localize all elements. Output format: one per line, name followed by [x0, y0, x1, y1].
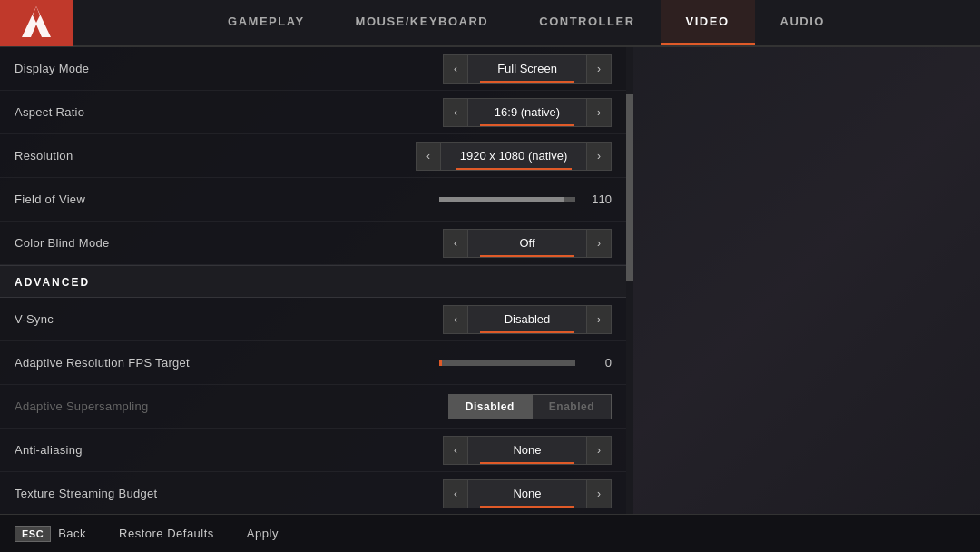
adaptive-super-label: Adaptive Supersampling — [15, 399, 359, 413]
texture-streaming-label: Texture Streaming Budget — [15, 487, 359, 500]
color-blind-next[interactable]: › — [586, 229, 612, 258]
fov-value-label: 110 — [584, 192, 612, 206]
aspect-ratio-selector: ‹ 16:9 (native) › — [443, 98, 612, 127]
resolution-selector: ‹ 1920 x 1080 (native) › — [416, 142, 612, 171]
vsync-prev[interactable]: ‹ — [443, 305, 468, 334]
setting-row-fov: Field of View 110 — [0, 178, 626, 222]
setting-row-color-blind: Color Blind Mode ‹ Off › — [0, 222, 626, 265]
display-mode-control: ‹ Full Screen › — [359, 54, 612, 84]
vsync-selector: ‹ Disabled › — [443, 305, 612, 334]
nav-tabs: GAMEPLAY MOUSE/KEYBOARD CONTROLLER VIDEO… — [73, 0, 980, 45]
display-mode-next[interactable]: › — [586, 54, 612, 84]
fov-slider-fill — [439, 197, 564, 202]
antialiasing-control: ‹ None › — [359, 436, 612, 465]
adaptive-super-enabled-btn[interactable]: Enabled — [532, 394, 612, 419]
vsync-label: V-Sync — [15, 312, 359, 326]
settings-panel: Display Mode ‹ Full Screen › Aspect Rati… — [0, 47, 626, 514]
aspect-ratio-control: ‹ 16:9 (native) › — [359, 98, 612, 127]
color-blind-control: ‹ Off › — [359, 229, 612, 258]
vsync-value: Disabled — [468, 305, 586, 334]
aspect-ratio-next[interactable]: › — [586, 98, 612, 127]
display-mode-selector: ‹ Full Screen › — [443, 54, 612, 84]
adaptive-res-slider-track[interactable] — [439, 360, 575, 366]
setting-row-texture-streaming: Texture Streaming Budget ‹ None › — [0, 472, 626, 514]
antialiasing-prev[interactable]: ‹ — [443, 436, 468, 465]
esc-key-badge: ESC — [15, 526, 51, 542]
logo-area — [0, 0, 73, 46]
vsync-next[interactable]: › — [586, 305, 612, 334]
adaptive-res-slider-fill — [439, 360, 442, 366]
adaptive-res-control: 0 — [359, 356, 612, 370]
display-mode-value: Full Screen — [468, 54, 586, 84]
texture-streaming-selector: ‹ None › — [443, 479, 612, 508]
adaptive-res-value-label: 0 — [584, 356, 612, 370]
apex-logo-icon — [16, 3, 56, 43]
tab-mouse-keyboard[interactable]: MOUSE/KEYBOARD — [330, 0, 514, 45]
back-action[interactable]: ESC Back — [15, 526, 86, 542]
resolution-prev[interactable]: ‹ — [416, 142, 441, 171]
back-label: Back — [58, 527, 86, 540]
color-blind-label: Color Blind Mode — [15, 236, 359, 250]
tab-audio[interactable]: AUDIO — [755, 0, 850, 45]
color-blind-selector: ‹ Off › — [443, 229, 612, 258]
vsync-control: ‹ Disabled › — [359, 305, 612, 334]
setting-row-resolution: Resolution ‹ 1920 x 1080 (native) › — [0, 134, 626, 178]
resolution-next[interactable]: › — [586, 142, 612, 171]
tab-gameplay[interactable]: GAMEPLAY — [202, 0, 329, 45]
setting-row-vsync: V-Sync ‹ Disabled › — [0, 298, 626, 341]
advanced-section-header: ADVANCED — [0, 265, 626, 298]
setting-row-adaptive-super: Adaptive Supersampling Disabled Enabled — [0, 385, 626, 429]
aspect-ratio-value: 16:9 (native) — [468, 98, 586, 127]
texture-streaming-prev[interactable]: ‹ — [443, 479, 468, 508]
restore-defaults-label: Restore Defaults — [119, 527, 214, 540]
adaptive-res-slider-container: 0 — [439, 356, 612, 370]
setting-row-display-mode: Display Mode ‹ Full Screen › — [0, 47, 626, 91]
adaptive-super-toggle-group: Disabled Enabled — [448, 394, 612, 419]
tab-video[interactable]: VIDEO — [661, 0, 755, 45]
setting-row-adaptive-res: Adaptive Resolution FPS Target 0 — [0, 341, 626, 385]
color-blind-prev[interactable]: ‹ — [443, 229, 468, 258]
texture-streaming-control: ‹ None › — [359, 479, 612, 508]
texture-streaming-next[interactable]: › — [586, 479, 612, 508]
adaptive-super-disabled-btn[interactable]: Disabled — [448, 394, 532, 419]
setting-row-aspect-ratio: Aspect Ratio ‹ 16:9 (native) › — [0, 91, 626, 134]
fov-slider-track[interactable] — [439, 197, 575, 202]
bottom-bar: ESC Back Restore Defaults Apply — [0, 514, 980, 552]
apply-action[interactable]: Apply — [247, 527, 279, 540]
top-navigation: GAMEPLAY MOUSE/KEYBOARD CONTROLLER VIDEO… — [0, 0, 980, 47]
resolution-value: 1920 x 1080 (native) — [441, 142, 586, 171]
apply-label: Apply — [247, 527, 279, 540]
aspect-ratio-prev[interactable]: ‹ — [443, 98, 468, 127]
right-panel — [633, 47, 980, 514]
antialiasing-label: Anti-aliasing — [15, 443, 359, 457]
antialiasing-value: None — [468, 436, 586, 465]
antialiasing-selector: ‹ None › — [443, 436, 612, 465]
restore-defaults-action[interactable]: Restore Defaults — [119, 527, 214, 540]
fov-label: Field of View — [15, 192, 359, 206]
resolution-control: ‹ 1920 x 1080 (native) › — [359, 142, 612, 171]
tab-controller[interactable]: CONTROLLER — [514, 0, 660, 45]
color-blind-value: Off — [468, 229, 586, 258]
fov-control: 110 — [359, 192, 612, 206]
fov-slider-container: 110 — [439, 192, 612, 206]
advanced-header-text: ADVANCED — [15, 276, 90, 289]
scroll-indicator — [626, 47, 633, 514]
display-mode-prev[interactable]: ‹ — [443, 54, 468, 84]
main-content: Display Mode ‹ Full Screen › Aspect Rati… — [0, 47, 980, 514]
aspect-ratio-label: Aspect Ratio — [15, 105, 359, 119]
adaptive-res-label: Adaptive Resolution FPS Target — [15, 356, 359, 370]
scroll-thumb[interactable] — [626, 94, 633, 281]
texture-streaming-value: None — [468, 479, 586, 508]
resolution-label: Resolution — [15, 149, 359, 163]
adaptive-super-control: Disabled Enabled — [359, 394, 612, 419]
setting-row-antialiasing: Anti-aliasing ‹ None › — [0, 429, 626, 472]
antialiasing-next[interactable]: › — [586, 436, 612, 465]
display-mode-label: Display Mode — [15, 62, 359, 75]
